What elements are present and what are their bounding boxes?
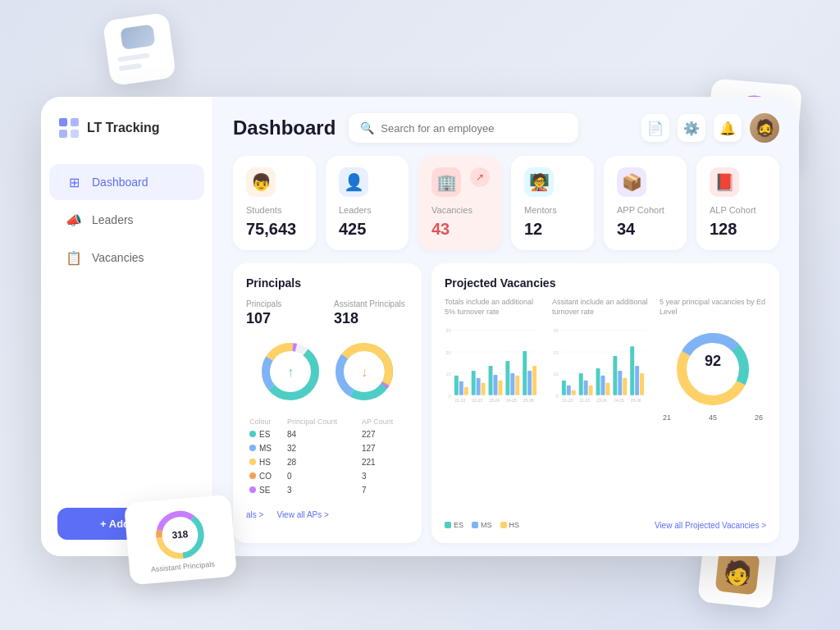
float-avatar-br: 🧑 [715, 550, 760, 596]
dot-se [249, 486, 256, 493]
stat-card-mentors[interactable]: 🧑‍🏫 Mentors 12 [511, 156, 594, 250]
stat-card-alp-cohort[interactable]: 📕 ALP Cohort 128 [696, 156, 779, 250]
dot-co [249, 472, 256, 479]
search-icon: 🔍 [360, 121, 374, 135]
students-icon: 👦 [246, 167, 276, 197]
svg-rect-36 [459, 381, 463, 395]
app-cohort-value: 34 [617, 220, 673, 239]
legend-es-label: ES [454, 521, 463, 529]
search-bar[interactable]: 🔍 [349, 113, 578, 143]
chart3-donut: 92 [672, 328, 754, 410]
dot-ms [249, 445, 256, 451]
vacancies-arrow: ↗ [470, 167, 490, 187]
float-card-assistant-principals: 318 Assistant Principals [124, 495, 237, 586]
svg-text:20: 20 [445, 350, 451, 355]
svg-rect-48 [527, 371, 532, 395]
principal-donut-chart: ↑ [258, 339, 323, 404]
bar-chart-1-svg: 30 20 10 0 [445, 322, 542, 404]
sidebar-item-dashboard[interactable]: ⊞ Dashboard [49, 164, 204, 200]
leaders-stat-value: 425 [339, 220, 395, 239]
doc-button[interactable]: 📄 [641, 114, 669, 142]
svg-rect-66 [579, 373, 583, 395]
view-principals-link[interactable]: als > [246, 510, 263, 519]
header-actions: 📄 ⚙️ 🔔 🧔 [641, 113, 779, 143]
ap-donut-wrapper: ↓ [331, 339, 397, 404]
logo-icon [57, 116, 80, 139]
legend-row-hs: HS 28 221 [246, 455, 409, 469]
svg-text:30: 30 [553, 329, 559, 334]
principals-stats: Principals 107 Assistant Principals 318 [246, 299, 409, 327]
bar-chart-1: 30 20 10 0 [445, 322, 542, 509]
svg-text:23-24: 23-24 [596, 399, 607, 403]
svg-rect-37 [464, 387, 468, 395]
stat-card-leaders[interactable]: 👤 Leaders 425 [326, 156, 409, 250]
view-all-projected-link[interactable]: View all Projected Vacancies > [655, 521, 766, 530]
svg-rect-43 [498, 381, 502, 395]
sidebar-logo: LT Tracking [41, 116, 212, 162]
principal-donut-wrapper: ↑ [258, 339, 323, 404]
svg-text:0: 0 [556, 394, 559, 399]
svg-rect-49 [532, 366, 536, 395]
svg-rect-65 [572, 390, 576, 395]
svg-rect-11 [71, 118, 79, 126]
dashboard-icon: ⊞ [66, 174, 82, 190]
svg-text:↓: ↓ [361, 365, 368, 379]
header: Dashboard 🔍 📄 ⚙️ 🔔 🧔 [213, 97, 799, 156]
svg-rect-12 [59, 130, 67, 138]
svg-text:22-23: 22-23 [472, 399, 482, 403]
svg-rect-68 [589, 386, 593, 395]
sidebar-item-vacancies[interactable]: 📋 Vacancies [49, 240, 204, 276]
sidebar-item-leaders[interactable]: 📣 Leaders [49, 202, 204, 238]
svg-rect-44 [505, 361, 509, 395]
svg-rect-35 [454, 376, 459, 395]
vac-chart-2: Assitant include an additional turnover … [552, 298, 650, 509]
legend-ms: MS [472, 521, 492, 529]
chart3-seg-45: 45 [709, 413, 717, 422]
legend-sq-hs [500, 522, 507, 528]
app-cohort-icon: 📦 [617, 167, 646, 197]
stat-card-vacancies[interactable]: ↗ 🏢 Vacancies 43 [418, 156, 501, 250]
float-card-tl [103, 12, 176, 86]
stats-row: 👦 Students 75,643 👤 Leaders 425 ↗ 🏢 Vaca… [213, 156, 799, 263]
stat-card-students[interactable]: 👦 Students 75,643 [233, 156, 316, 250]
ap-donut-chart: ↓ [331, 339, 397, 404]
app-name: LT Tracking [87, 121, 160, 135]
principals-stat: Principals 107 [246, 299, 321, 327]
svg-rect-38 [472, 371, 476, 395]
svg-rect-42 [494, 375, 498, 395]
svg-rect-76 [635, 366, 639, 395]
sidebar: LT Tracking ⊞ Dashboard 📣 Leaders 📋 Vaca… [41, 97, 213, 556]
vacancies-stat-value: 43 [431, 220, 488, 239]
svg-rect-64 [567, 386, 571, 395]
settings-button[interactable]: ⚙️ [678, 114, 705, 142]
chart3-seg-21: 21 [663, 413, 671, 422]
search-input[interactable] [381, 122, 567, 135]
dot-es [249, 431, 256, 437]
app-cohort-label: APP Cohort [617, 205, 673, 215]
dot-hs [249, 459, 256, 465]
leaders-label: Leaders [92, 213, 134, 226]
chart2-subtitle: Assitant include an additional turnover … [552, 298, 650, 317]
view-aps-link[interactable]: View all APs > [276, 510, 328, 519]
assistant-stat-label: Assistant Principals [334, 299, 409, 308]
notification-button[interactable]: 🔔 [714, 114, 742, 142]
svg-rect-75 [630, 347, 634, 396]
main-content: Dashboard 🔍 📄 ⚙️ 🔔 🧔 👦 Students 75,643 [213, 97, 799, 556]
svg-text:24-25: 24-25 [614, 399, 624, 403]
principals-stat-value: 107 [246, 310, 321, 327]
svg-rect-39 [477, 378, 481, 395]
legend-row-co: CO 0 3 [246, 469, 409, 483]
mentors-value: 12 [524, 220, 581, 239]
chart3-seg-26: 26 [755, 413, 763, 422]
bar-chart-2: 30 20 10 0 [552, 322, 650, 509]
svg-text:25-26: 25-26 [631, 399, 641, 403]
svg-text:30: 30 [445, 329, 451, 334]
stat-card-app-cohort[interactable]: 📦 APP Cohort 34 [604, 156, 687, 250]
dashboard-label: Dashboard [92, 176, 148, 189]
svg-rect-70 [601, 376, 605, 395]
svg-rect-74 [623, 378, 627, 395]
alp-cohort-icon: 📕 [710, 167, 739, 197]
user-avatar[interactable]: 🧔 [750, 113, 779, 143]
page-title: Dashboard [233, 116, 336, 139]
svg-text:20: 20 [553, 350, 559, 355]
